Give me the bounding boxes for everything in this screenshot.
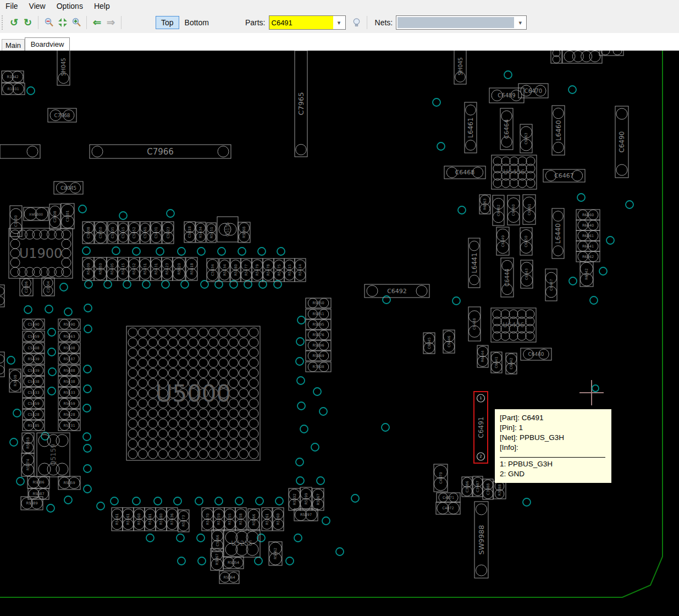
component-C1901[interactable]: C1901 <box>61 204 74 229</box>
nets-value-field[interactable] <box>398 17 514 28</box>
component-R5159[interactable]: R5159 <box>58 476 80 490</box>
component-C6464[interactable]: C6464 <box>500 108 513 150</box>
component-R5468[interactable]: R5468 <box>238 222 250 243</box>
rotate-right-icon[interactable]: ↻ <box>21 16 34 29</box>
component-R6440[interactable]: R6440 <box>576 220 600 230</box>
board-canvas[interactable]: R1342R1331SH045C7968C7966C7965C8045C1900… <box>0 51 679 616</box>
component-R5477[interactable]: R5477 <box>241 258 252 282</box>
component-U6436[interactable]: U6436 <box>492 155 537 189</box>
component-R6442[interactable]: R6442 <box>580 262 593 287</box>
component-C5439[interactable]: C5439 <box>23 365 45 376</box>
component-R5434[interactable]: R5434 <box>196 222 206 243</box>
component-C3988[interactable]: C3988 <box>483 479 493 499</box>
component-R5418[interactable]: R5418 <box>186 257 197 280</box>
component-R5481[interactable]: R5481 <box>145 508 156 531</box>
component-C1900[interactable]: C1900 <box>10 206 22 237</box>
component-R5254[interactable]: R5254 <box>223 557 244 569</box>
component-R6462[interactable]: R6462 <box>576 251 600 262</box>
component-C5405[interactable]: C5405 <box>108 222 118 244</box>
component-R7436[interactable]: R7436 <box>167 508 178 531</box>
component-R5299[interactable]: R5299 <box>300 487 312 510</box>
rotate-left-icon[interactable]: ↺ <box>8 16 20 29</box>
component-R5255[interactable]: R5255 <box>224 508 235 531</box>
component-R6460[interactable]: R6460 <box>576 210 600 220</box>
menu-help[interactable]: Help <box>89 1 115 11</box>
component-C4872[interactable]: C4872 <box>436 502 460 514</box>
component-C5508[interactable]: C5508 <box>23 343 45 353</box>
zoom-fit-icon[interactable] <box>56 16 69 29</box>
component-R5580[interactable]: R5580 <box>156 508 167 531</box>
component-R5266[interactable]: R5266 <box>248 509 260 531</box>
component-Q5155[interactable]: Q5155 <box>217 217 238 242</box>
component-C6445[interactable]: C6445 <box>423 333 435 354</box>
component-SH045[interactable]: SH045 <box>57 51 70 85</box>
component-C5434[interactable]: C5434 <box>207 258 218 282</box>
component-C5438[interactable]: C5438 <box>23 376 45 387</box>
component-SH045[interactable]: SH045 <box>454 51 466 84</box>
component-C6490[interactable]: C6490 <box>615 106 628 178</box>
component-R5259[interactable]: R5259 <box>213 508 224 531</box>
component-C8045[interactable]: C8045 <box>54 182 83 194</box>
component-R1342[interactable]: R1342 <box>2 71 24 82</box>
component-R5451[interactable]: R5451 <box>140 257 151 280</box>
component-R5409[interactable]: R5409 <box>82 257 94 280</box>
component-R5415[interactable]: R5415 <box>118 257 129 280</box>
component-C6440[interactable]: C6440 <box>521 348 551 360</box>
component-R5231[interactable]: R5231 <box>58 420 80 431</box>
component-R5533[interactable]: R5533 <box>58 387 80 398</box>
component-C7966[interactable]: C7966 <box>90 145 231 158</box>
component-C5415[interactable]: C5415 <box>118 222 128 244</box>
zoom-out-icon[interactable] <box>42 16 55 29</box>
menu-options[interactable]: Options <box>51 1 89 11</box>
component-R6463[interactable]: R6463 <box>479 195 490 214</box>
layer-bottom-button[interactable]: Bottom <box>179 16 214 29</box>
component-C6449[interactable]: C6449 <box>496 227 509 255</box>
component-C6470[interactable]: C6470 <box>518 84 548 98</box>
chevron-down-icon[interactable]: ▾ <box>333 16 345 29</box>
component-C6462[interactable]: C6462 <box>493 195 504 226</box>
component-R5480[interactable]: R5480 <box>230 258 241 282</box>
component-R5169[interactable]: R5169 <box>306 351 331 361</box>
component-U5000[interactable]: U5000 <box>126 326 260 460</box>
component-C6442[interactable]: C6442 <box>506 353 517 374</box>
tab-boardview[interactable]: Boardview <box>25 37 70 51</box>
component-pads[interactable] <box>0 145 40 158</box>
component-C4871[interactable]: C4871 <box>437 493 460 502</box>
component-C5423[interactable]: C5423 <box>162 222 174 244</box>
component-R5164[interactable]: R5164 <box>219 571 239 584</box>
component-C5533[interactable]: C5533 <box>23 387 45 398</box>
component-R5561[interactable]: R5561 <box>123 508 134 531</box>
board-svg[interactable]: R1342R1331SH045C7968C7966C7965C8045C1900… <box>0 51 679 616</box>
component-R7308[interactable]: R7308 <box>306 362 331 372</box>
component-R5478[interactable]: R5478 <box>263 258 274 282</box>
highlight-bulb-icon[interactable] <box>350 16 363 29</box>
component-R1331[interactable]: R1331 <box>2 83 25 95</box>
component-Q5159[interactable]: Q5159 <box>37 433 70 477</box>
component-C5459[interactable]: C5459 <box>23 398 45 409</box>
component-C5408[interactable]: C5408 <box>82 222 94 244</box>
nets-combobox[interactable]: ▾ <box>396 15 527 30</box>
component-R5195[interactable]: R5195 <box>306 320 331 329</box>
toolbar-grip[interactable] <box>2 15 5 30</box>
component-pads[interactable] <box>599 51 623 56</box>
component-C6467[interactable]: C6467 <box>543 169 585 182</box>
component-R5438[interactable]: R5438 <box>58 376 80 387</box>
component-SW9988[interactable]: SW9988 <box>474 502 488 578</box>
component-L6461[interactable]: L6461 <box>465 102 477 153</box>
component-C5452[interactable]: C5452 <box>129 222 140 244</box>
component-C6443[interactable]: C6443 <box>521 260 533 288</box>
component-R5196[interactable]: R5196 <box>306 340 331 350</box>
component-C6441[interactable]: C6441 <box>491 352 502 373</box>
component-R5102[interactable]: R5102 <box>289 488 300 510</box>
component-C6489[interactable]: C6489 <box>489 88 524 103</box>
component-U6436[interactable]: U6436 <box>491 308 536 342</box>
component-R5450[interactable]: R5450 <box>94 257 107 280</box>
component-R5463[interactable]: R5463 <box>58 331 80 342</box>
chevron-down-icon[interactable]: ▾ <box>514 16 526 29</box>
component-R5508[interactable]: R5508 <box>58 343 80 353</box>
zoom-in-icon[interactable] <box>70 16 82 29</box>
component-C6461[interactable]: C6461 <box>523 195 536 224</box>
component-R5261[interactable]: R5261 <box>262 508 272 531</box>
component-R6441[interactable]: R6441 <box>576 241 600 251</box>
component-R3408[interactable]: R3408 <box>9 369 21 392</box>
